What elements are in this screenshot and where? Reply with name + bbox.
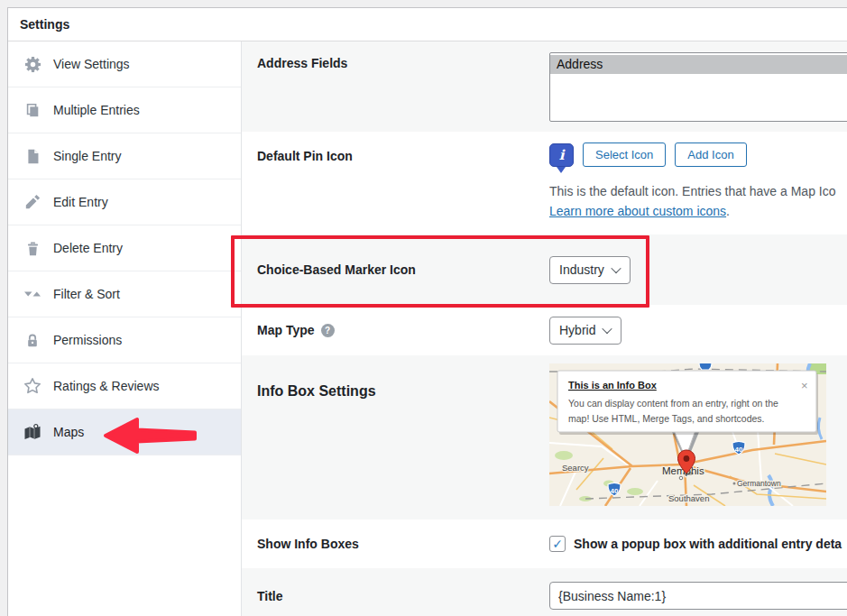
sidebar-item-label: Ratings & Reviews [53, 379, 160, 393]
sidebar-item-edit-entry[interactable]: Edit Entry [8, 179, 241, 225]
default-pin-icon-label: Default Pin Icon [242, 132, 549, 234]
address-fields-label: Address Fields [242, 41, 549, 132]
sidebar-item-label: View Settings [53, 57, 130, 71]
map-city-germantown: Germantown [737, 479, 781, 488]
sidebar-item-ratings-reviews[interactable]: Ratings & Reviews [8, 363, 241, 409]
settings-sidebar: View Settings Multiple Entries Single En… [8, 41, 242, 616]
chevron-down-icon [603, 324, 612, 334]
sidebar-item-label: Multiple Entries [53, 103, 140, 117]
sidebar-item-label: Permissions [53, 333, 122, 347]
sidebar-item-label: Edit Entry [53, 195, 108, 209]
interstate-40-shield: 40 [611, 487, 619, 495]
star-icon [23, 377, 41, 395]
choice-marker-select[interactable]: Industry [549, 256, 631, 284]
sidebar-item-view-settings[interactable]: View Settings [8, 41, 241, 87]
page-icon [23, 147, 41, 165]
screen: Settings View Settings Multiple Entries [0, 0, 847, 616]
sidebar-item-multiple-entries[interactable]: Multiple Entries [8, 87, 241, 133]
map-type-select[interactable]: Hybrid [549, 317, 621, 345]
default-pin-icon-preview: i [549, 143, 574, 167]
interstate-40-shield: 40 [735, 446, 743, 454]
sidebar-item-single-entry[interactable]: Single Entry [8, 133, 241, 179]
show-info-boxes-checkbox[interactable]: ✓ [549, 536, 566, 552]
lock-icon [23, 331, 41, 349]
row-title: Title [242, 568, 847, 616]
info-box-settings-label: Info Box Settings [242, 355, 549, 519]
row-info-box-settings: Info Box Settings [242, 355, 847, 519]
settings-content: Address Fields Address Default Pin Icon … [242, 41, 847, 616]
info-box-body-line2: map! Use HTML, Merge Tags, and shortcode… [568, 413, 765, 424]
show-info-boxes-label: Show Info Boxes [242, 537, 549, 551]
gear-icon [23, 55, 41, 73]
sidebar-item-permissions[interactable]: Permissions [8, 317, 241, 363]
custom-icons-link[interactable]: Learn more about custom icons [549, 204, 726, 218]
show-info-boxes-checkbox-label: Show a popup box with additional entry d… [574, 537, 842, 551]
map-preview-image: 40 40 Searcy Memphis Germanto [549, 363, 826, 506]
map-pin-icon [23, 423, 41, 441]
sidebar-item-delete-entry[interactable]: Delete Entry [8, 225, 241, 271]
row-map-type: Map Type ? Hybrid [242, 305, 847, 355]
sidebar-item-label: Filter & Sort [53, 287, 120, 301]
panel-title: Settings [8, 8, 847, 41]
title-label: Title [242, 589, 549, 603]
close-icon[interactable]: × [801, 379, 808, 392]
row-default-pin-icon: Default Pin Icon i Select Icon Add Icon … [242, 132, 847, 234]
info-pin-icon: i [559, 147, 565, 163]
listbox-option-address[interactable]: Address [550, 55, 847, 74]
sort-triangles-icon [23, 285, 41, 303]
row-choice-marker-icon: Choice-Based Marker Icon Industry [242, 234, 847, 305]
default-pin-description: This is the default icon. Entries that h… [549, 181, 847, 221]
row-address-fields: Address Fields Address [242, 41, 847, 132]
default-pin-description-text: This is the default icon. Entries that h… [549, 184, 836, 198]
trash-icon [23, 239, 41, 257]
sidebar-item-maps[interactable]: Maps [8, 409, 241, 455]
map-info-box: This is an Info Box × You can display co… [557, 371, 818, 435]
select-icon-button[interactable]: Select Icon [583, 143, 666, 167]
help-icon[interactable]: ? [321, 324, 335, 337]
link-period: . [726, 204, 730, 218]
sidebar-item-label: Single Entry [53, 149, 121, 163]
sidebar-item-label: Maps [53, 425, 84, 439]
row-show-info-boxes: Show Info Boxes ✓ Show a popup box with … [242, 519, 847, 568]
sidebar-item-label: Delete Entry [53, 241, 123, 255]
choice-marker-label: Choice-Based Marker Icon [242, 262, 549, 277]
chevron-down-icon [611, 263, 621, 273]
map-city-searcy: Searcy [562, 463, 589, 473]
map-type-value: Hybrid [559, 323, 595, 337]
info-box-body-line1: You can display content from an entry, r… [568, 398, 778, 409]
checkmark-icon: ✓ [552, 537, 563, 551]
edit-pencil-icon [23, 193, 41, 211]
info-box-title: This is an Info Box [568, 380, 658, 391]
title-input[interactable] [549, 582, 847, 610]
settings-panel: Settings View Settings Multiple Entries [7, 7, 847, 616]
choice-marker-value: Industry [559, 262, 604, 277]
sidebar-item-filter-sort[interactable]: Filter & Sort [8, 271, 241, 317]
map-city-southaven: Southaven [668, 493, 709, 503]
address-fields-listbox[interactable]: Address [549, 52, 847, 122]
stacked-pages-icon [23, 101, 41, 119]
map-type-label: Map Type [257, 323, 315, 337]
add-icon-button[interactable]: Add Icon [675, 143, 746, 167]
